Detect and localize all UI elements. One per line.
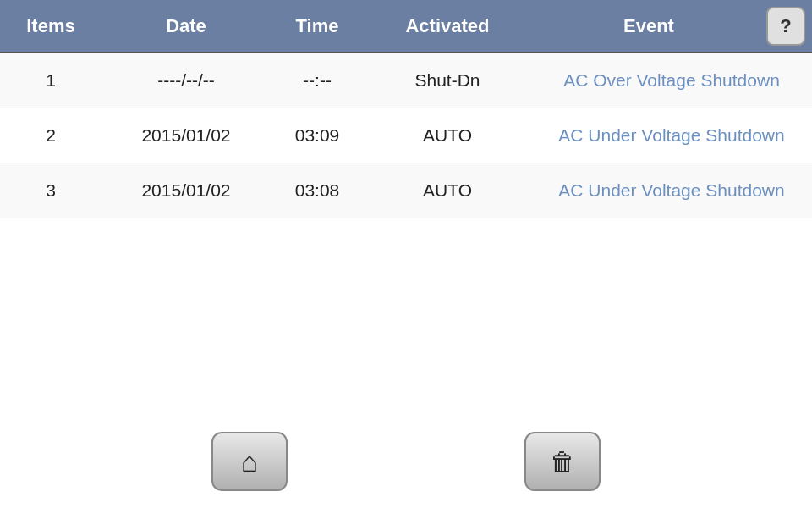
header-event: Event bbox=[531, 15, 766, 37]
cell-activated-0: Shut-Dn bbox=[364, 70, 531, 91]
cell-date-0: ----/--/-- bbox=[102, 70, 271, 91]
delete-button[interactable] bbox=[524, 432, 601, 491]
cell-item-0: 1 bbox=[0, 70, 102, 91]
cell-activated-2: AUTO bbox=[364, 180, 531, 201]
table-row: 2 2015/01/02 03:09 AUTO AC Under Voltage… bbox=[0, 108, 812, 163]
cell-event-2: AC Under Voltage Shutdown bbox=[531, 180, 812, 201]
cell-time-0: --:-- bbox=[271, 70, 364, 91]
cell-time-2: 03:08 bbox=[271, 180, 364, 201]
home-button[interactable] bbox=[211, 432, 288, 491]
table-header: Items Date Time Activated Event ? bbox=[0, 0, 812, 53]
cell-time-1: 03:09 bbox=[271, 125, 364, 146]
header-date: Date bbox=[102, 15, 271, 37]
help-button[interactable]: ? bbox=[766, 7, 805, 46]
cell-item-2: 3 bbox=[0, 180, 102, 201]
header-items: Items bbox=[0, 15, 102, 37]
bottom-bar bbox=[0, 432, 812, 491]
cell-date-1: 2015/01/02 bbox=[102, 125, 271, 146]
table-row: 3 2015/01/02 03:08 AUTO AC Under Voltage… bbox=[0, 163, 812, 218]
header-time: Time bbox=[271, 15, 364, 37]
cell-activated-1: AUTO bbox=[364, 125, 531, 146]
cell-item-1: 2 bbox=[0, 125, 102, 146]
table-body: 1 ----/--/-- --:-- Shut-Dn AC Over Volta… bbox=[0, 53, 812, 218]
cell-date-2: 2015/01/02 bbox=[102, 180, 271, 201]
home-icon bbox=[241, 445, 259, 478]
table-row: 1 ----/--/-- --:-- Shut-Dn AC Over Volta… bbox=[0, 53, 812, 108]
trash-icon bbox=[550, 446, 575, 478]
header-activated: Activated bbox=[364, 15, 531, 37]
cell-event-0: AC Over Voltage Shutdown bbox=[531, 70, 812, 91]
cell-event-1: AC Under Voltage Shutdown bbox=[531, 125, 812, 146]
